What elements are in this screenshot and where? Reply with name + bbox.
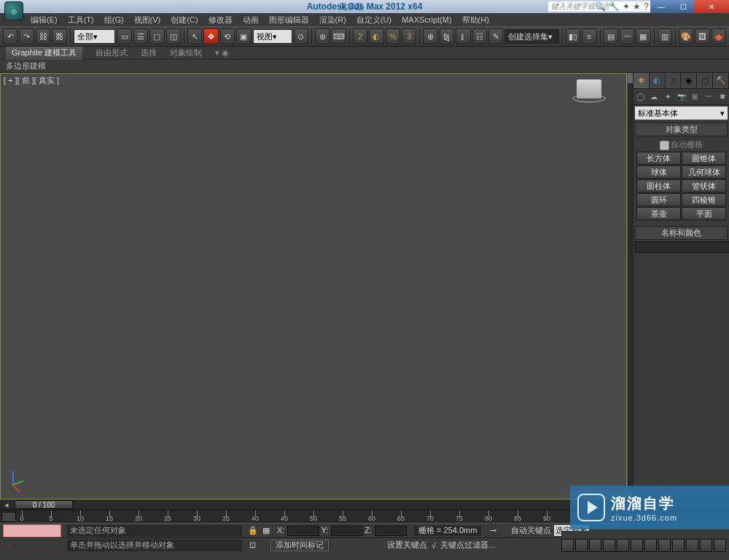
btn-box[interactable]: 长方体 [636,152,681,165]
selection-filter-dropdown[interactable]: 全部 ▾ [74,29,116,44]
edit-named-sel-button[interactable]: ⊕ [423,28,437,44]
ribbon-tab-paint[interactable]: 对象绘制 [170,47,202,58]
add-time-tag-button[interactable]: 添加时间标记 [270,540,329,551]
btn-tube[interactable]: 管状体 [682,179,726,192]
play-button[interactable] [589,539,601,552]
subtab-helpers[interactable]: ⊞ [688,89,702,104]
tab-hierarchy[interactable]: ⛬ [666,73,682,88]
scale-button[interactable]: ▣ [236,28,251,44]
close-button[interactable]: ✕ [694,0,729,13]
menu-maxscript[interactable]: MAXScript(M) [402,15,451,24]
key-icon2[interactable]: ⊸ [490,526,496,535]
ribbon-expand-icon[interactable]: ▾ ◉ [215,48,229,58]
select-button[interactable]: ↖ [187,28,202,44]
align-tool-button[interactable]: ≡ [582,28,596,44]
btn-torus[interactable]: 圆环 [636,193,681,206]
redo-button[interactable]: ↷ [19,28,34,44]
snap-angle-button[interactable]: ◐ [369,28,383,44]
menu-group[interactable]: 组(G) [104,15,124,26]
btn-plane[interactable]: 平面 [682,207,726,220]
subtab-systems[interactable]: ✱ [715,89,729,104]
category-dropdown[interactable]: 标准基本体▾ [635,106,728,120]
menu-animation[interactable]: 动画 [243,15,259,26]
render-button[interactable]: 🫖 [712,28,726,44]
zoom-all-button[interactable] [644,539,657,552]
unlink-button[interactable]: ⛓̸ [52,28,66,44]
layer-button[interactable]: ▤ [603,28,617,44]
key-icon[interactable]: 🔧 [609,1,620,12]
favorite-icon[interactable]: ★ [633,1,641,12]
move-button[interactable]: ✥ [203,28,218,44]
link-button[interactable]: ⛓ [36,28,50,44]
ribbon-tab-freeform[interactable]: 自由形式 [95,47,128,58]
viewport[interactable]: [ + ][ 前 ][ 真实 ] [0,73,627,499]
script-mini-listener[interactable] [3,524,61,537]
menu-views[interactable]: 视图(V) [134,15,161,26]
align-button[interactable]: ⫿ [456,28,470,44]
goto-start-button[interactable] [561,539,574,552]
viewport-label[interactable]: [ + ][ 前 ][ 真实 ] [4,75,59,86]
maximize-viewport-button[interactable] [714,539,726,552]
material-editor-button[interactable]: ▥ [658,28,672,44]
autokey-button[interactable]: 自动关键点 [511,525,551,536]
curve-editor-button[interactable]: 〰 [620,28,634,44]
x-input[interactable] [287,526,319,536]
time-slider-handle[interactable]: 0 / 100 [15,500,73,509]
y-input[interactable] [331,526,363,536]
btn-cone[interactable]: 圆锥体 [682,152,726,165]
setkey-button[interactable]: 设置关键点 [387,540,427,551]
timeslider-prev-icon[interactable]: ◂ [4,500,9,510]
menu-rendering[interactable]: 渲染(R) [319,15,346,26]
named-selset-dropdown[interactable]: 创建选择集 ▾ [504,29,558,44]
render-setup-button[interactable]: 🎨 [679,28,693,44]
isolate-icon[interactable]: ⊡ [249,540,256,550]
menu-edit[interactable]: 编辑(E) [31,15,58,26]
select-object-button[interactable]: ▭ [117,28,131,44]
layer-manager-button[interactable]: ☷ [472,28,487,44]
ribbon-tab-selection[interactable]: 选择 [141,47,157,58]
schematic-button[interactable]: ▦ [636,28,650,44]
viewcube[interactable] [572,79,606,109]
subtab-spacewarps[interactable]: 〰 [702,89,716,104]
subtab-geometry[interactable]: ◯ [634,89,647,104]
help-icon[interactable]: ? [644,1,649,12]
pivot-button[interactable]: ⊙ [294,28,308,44]
autogrid-checkbox[interactable]: 自动栅格 [636,138,726,152]
mirror-tool-button[interactable]: ▮▯ [566,28,580,44]
fov-button[interactable] [672,539,685,552]
zoom-extents-button[interactable] [658,539,671,552]
z-input[interactable] [375,526,407,536]
rollout-header-objtype[interactable]: 对象类型 [635,122,728,136]
manipulate-button[interactable]: ⊛ [315,28,330,44]
rotate-button[interactable]: ⟲ [220,28,235,44]
pan-button[interactable] [686,539,698,552]
tab-motion[interactable]: ◉ [681,73,697,88]
menu-create[interactable]: 创建(C) [171,15,198,26]
snap-2d-button[interactable]: 2 [353,28,367,44]
refcoord-dropdown[interactable]: 视图 ▾ [253,29,292,44]
next-frame-button[interactable] [603,539,615,552]
object-name-input[interactable] [635,241,729,253]
subtab-lights[interactable]: ✦ [660,89,674,104]
subtab-cameras[interactable]: 📷 [674,89,688,104]
btn-cylinder[interactable]: 圆柱体 [636,179,681,192]
exchange-icon[interactable]: ✦ [623,1,630,12]
mirror-button[interactable]: ⧎ [440,28,454,44]
minimize-button[interactable]: — [650,0,672,13]
graphite-button[interactable]: ✎ [488,28,503,44]
btn-geosphere[interactable]: 几何球体 [682,166,726,179]
keyfilter-button[interactable]: 关键点过滤器... [440,540,495,551]
tab-display[interactable]: ▢ [697,73,713,88]
viewport-scrollbar[interactable] [627,73,633,499]
goto-end-button[interactable] [617,539,629,552]
render-frame-button[interactable]: 🖼 [695,28,709,44]
tab-utilities[interactable]: 🔨 [713,73,729,88]
app-menu-button[interactable]: ⟐ [4,1,23,20]
lock-icon[interactable]: 🔒 [248,526,258,535]
menu-tools[interactable]: 工具(T) [68,15,94,26]
btn-sphere[interactable]: 球体 [636,166,681,179]
trackbar-toggle[interactable] [1,512,16,522]
select-name-button[interactable]: ☰ [133,28,148,44]
menu-help[interactable]: 帮助(H) [462,15,489,26]
btn-pyramid[interactable]: 四棱锥 [682,193,726,206]
